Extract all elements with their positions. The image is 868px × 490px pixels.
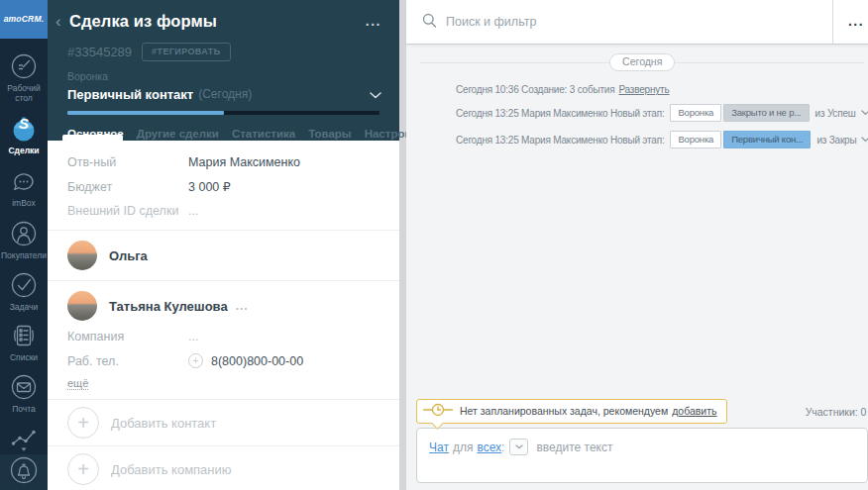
- feed-bottom: Нет запланированных задач, рекомендуем д…: [406, 399, 868, 490]
- sidebar-item-label: imBox: [10, 199, 38, 209]
- tab-other-deals[interactable]: Другие сделки: [137, 128, 219, 140]
- timeline: Сегодня Сегодня 10:36 Создание: 3 событи…: [406, 45, 868, 399]
- event-row-stage-change: Сегодня 13:25 Мария Максименко Новый эта…: [456, 131, 868, 148]
- date-separator: Сегодня: [420, 53, 864, 71]
- divider: [420, 62, 609, 63]
- sidebar-item-lists[interactable]: Списки: [0, 321, 48, 363]
- back-icon[interactable]: ‹: [55, 13, 67, 30]
- contact-row-olga[interactable]: Ольга: [48, 231, 399, 280]
- tab-products[interactable]: Товары: [308, 128, 351, 140]
- list-icon: [9, 321, 39, 350]
- field-row-responsible: Отв-ный Мария Максименко: [48, 150, 399, 174]
- phone-number[interactable]: 8(800)800-00-00: [211, 354, 303, 368]
- add-task-link[interactable]: добавить: [672, 405, 716, 417]
- check-circle-icon: [9, 270, 39, 300]
- add-contact-button[interactable]: + Добавить контакт: [48, 400, 399, 445]
- field-label: Раб. тел.: [67, 354, 188, 368]
- deal-id: #33545289: [67, 45, 132, 59]
- sidebar-item-customers[interactable]: Покупатели: [0, 219, 48, 261]
- recipient-dropdown[interactable]: [509, 439, 528, 455]
- field-value[interactable]: ...: [188, 330, 198, 343]
- chat-bubble-icon: [9, 168, 39, 196]
- event-from-text: из Закры: [816, 135, 856, 146]
- participants-count: Участники: 0: [806, 406, 867, 418]
- date-badge: Сегодня: [609, 53, 675, 71]
- chevron-down-icon[interactable]: [861, 110, 868, 116]
- event-row-stage-change: Сегодня 13:25 Мария Максименко Новый эта…: [456, 104, 868, 122]
- divider: [675, 62, 864, 63]
- search-field[interactable]: [406, 0, 832, 44]
- stage-selector[interactable]: Первичный контакт (Сегодня): [67, 85, 381, 103]
- contact-menu-dots[interactable]: ...: [236, 303, 249, 309]
- event-list: Сегодня 10:36 Создание: 3 события Развер…: [456, 84, 868, 148]
- stage-badge-group: Воронка Первичный кон...: [670, 131, 811, 148]
- deal-header: ‹ Сделка из формы ... #33545289 #ТЕГИРОВ…: [48, 0, 399, 141]
- sidebar-item-deals[interactable]: S Сделки: [0, 114, 48, 156]
- add-company-button[interactable]: + Добавить компанию: [48, 446, 399, 490]
- sidebar-item-mail[interactable]: Почта: [0, 372, 48, 415]
- deal-panel: ‹ Сделка из формы ... #33545289 #ТЕГИРОВ…: [48, 0, 399, 490]
- contact-name[interactable]: Татьяна Кулешова: [109, 299, 228, 314]
- panel-scrollbar[interactable]: [399, 0, 406, 490]
- stage-progress-bar: [67, 111, 380, 115]
- field-row-phone: Раб. тел. + 8(800)800-00-00: [48, 348, 399, 373]
- field-label: Внешний ID сделки: [67, 204, 188, 218]
- sidebar-item-notifications[interactable]: [0, 454, 48, 490]
- bell-icon: [8, 454, 40, 490]
- chat-placeholder: введите текст: [536, 441, 612, 454]
- amocrm-app: amoCRM. Рабочий стол S Сделки: [0, 0, 868, 490]
- add-contact-label: Добавить контакт: [111, 416, 216, 431]
- chat-mode-link[interactable]: Чат: [429, 441, 449, 454]
- tag-button[interactable]: #ТЕГИРОВАТЬ: [142, 43, 230, 61]
- search-bar: ...: [406, 0, 868, 45]
- field-value[interactable]: ...: [188, 204, 198, 218]
- field-value[interactable]: Мария Максименко: [188, 155, 300, 169]
- feed-menu-dots[interactable]: ...: [833, 0, 868, 44]
- sidebar-item-label: Почта: [10, 405, 38, 415]
- chat-input-box[interactable]: Чат для всех : введите текст: [416, 428, 868, 483]
- banner-text: Нет запланированных задач, рекомендуем: [460, 405, 668, 417]
- plus-circle-icon: +: [67, 453, 99, 485]
- sidebar-item-imbox[interactable]: imBox: [0, 168, 48, 209]
- avatar: [67, 291, 97, 321]
- deal-menu-dots[interactable]: ...: [366, 19, 381, 25]
- search-input[interactable]: [446, 15, 743, 29]
- analytics-chart-icon: [9, 425, 39, 454]
- deal-body: Отв-ный Мария Максименко Бюджет 3 000 ₽ …: [48, 141, 399, 490]
- feed-panel: ... Сегодня Сегодня 10:36 Создание: 3 со…: [406, 0, 868, 490]
- sidebar-item-label: Покупатели: [0, 251, 49, 261]
- field-row-budget: Бюджет 3 000 ₽: [48, 174, 399, 199]
- deals-icon: S: [9, 114, 39, 144]
- pipeline-badge: Воронка: [670, 131, 721, 148]
- stage-badge-group: Воронка Закрыто и не р...: [670, 104, 809, 122]
- contact-name[interactable]: Ольга: [109, 248, 148, 263]
- expand-link[interactable]: Развернуть: [618, 84, 669, 95]
- sidebar-item-dashboard[interactable]: Рабочий стол: [0, 51, 48, 104]
- stage-progress-fill: [67, 111, 224, 115]
- dashboard-icon: [9, 51, 39, 81]
- chevron-down-icon[interactable]: [861, 137, 868, 143]
- tab-statistics[interactable]: Статистика: [232, 128, 295, 140]
- chat-colon: :: [501, 441, 504, 454]
- sidebar-item-analytics[interactable]: [0, 425, 48, 454]
- phone-value[interactable]: + 8(800)800-00-00: [188, 353, 303, 368]
- field-value[interactable]: 3 000 ₽: [188, 179, 231, 194]
- deal-title: Сделка из формы: [69, 12, 217, 31]
- field-row-company: Компания ...: [48, 325, 399, 348]
- clock-icon: [423, 402, 453, 420]
- amocrm-logo[interactable]: amoCRM.: [0, 0, 48, 39]
- plus-circle-icon: +: [67, 407, 99, 439]
- chat-recipients-link[interactable]: всех: [477, 441, 501, 454]
- sidebar-item-label: Рабочий стол: [0, 84, 48, 104]
- contact-row-tatyana[interactable]: Татьяна Кулешова ...: [48, 281, 399, 325]
- search-icon: [422, 13, 437, 32]
- add-phone-icon[interactable]: +: [188, 353, 203, 368]
- event-text: Сегодня 13:25 Мария Максименко Новый эта…: [456, 135, 664, 146]
- sidebar: amoCRM. Рабочий стол S Сделки: [0, 0, 48, 490]
- chevron-down-icon[interactable]: [370, 85, 381, 103]
- pipeline-label: Воронка: [67, 70, 399, 82]
- sidebar-item-tasks[interactable]: Задачи: [0, 270, 48, 313]
- event-text: Сегодня 13:25 Мария Максименко Новый эта…: [456, 108, 664, 119]
- field-label: Компания: [67, 330, 188, 343]
- more-link[interactable]: ещё: [67, 377, 88, 390]
